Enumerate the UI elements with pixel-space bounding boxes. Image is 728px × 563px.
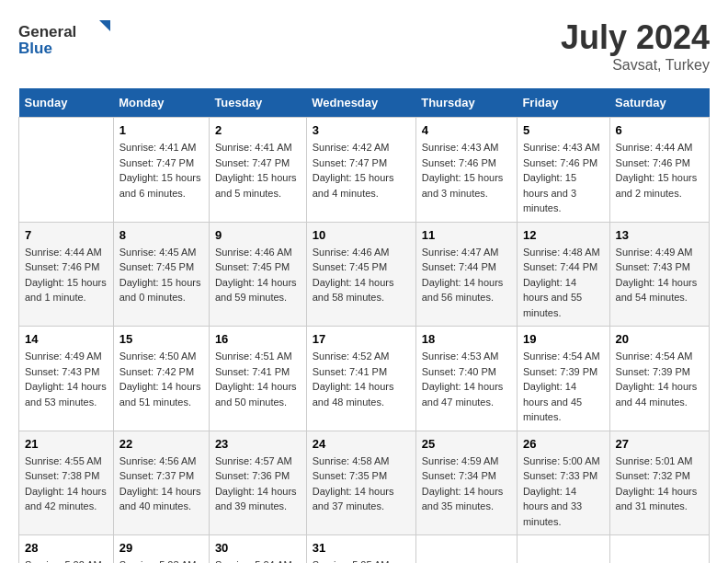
day-info: Sunrise: 4:41 AM Sunset: 7:47 PM Dayligh…	[215, 140, 301, 201]
calendar-cell: 14 Sunrise: 4:49 AM Sunset: 7:43 PM Dayl…	[19, 327, 114, 431]
calendar-cell	[609, 535, 709, 564]
daylight-text: Daylight: 14 hours and 35 minutes.	[422, 486, 504, 512]
calendar-cell: 18 Sunrise: 4:53 AM Sunset: 7:40 PM Dayl…	[415, 327, 517, 431]
logo-svg: General Blue	[18, 18, 110, 60]
sunrise-text: Sunrise: 5:01 AM	[616, 455, 693, 466]
sunset-text: Sunset: 7:45 PM	[215, 261, 290, 272]
sunrise-text: Sunrise: 4:46 AM	[313, 247, 390, 258]
title-block: July 2024 Savsat, Turkey	[561, 18, 710, 74]
calendar-cell	[517, 535, 609, 564]
day-info: Sunrise: 4:57 AM Sunset: 7:36 PM Dayligh…	[215, 454, 301, 514]
sunset-text: Sunset: 7:35 PM	[313, 470, 387, 481]
sunrise-text: Sunrise: 4:48 AM	[523, 247, 600, 258]
calendar-cell: 15 Sunrise: 4:50 AM Sunset: 7:42 PM Dayl…	[113, 327, 209, 431]
sunrise-text: Sunrise: 5:05 AM	[313, 559, 390, 563]
calendar-cell: 19 Sunrise: 4:54 AM Sunset: 7:39 PM Dayl…	[517, 327, 609, 431]
day-number: 7	[25, 228, 108, 242]
day-info: Sunrise: 5:01 AM Sunset: 7:32 PM Dayligh…	[616, 454, 703, 514]
day-number: 17	[313, 332, 410, 346]
day-number: 1	[119, 123, 203, 137]
calendar-cell: 28 Sunrise: 5:02 AM Sunset: 7:31 PM Dayl…	[19, 535, 114, 564]
daylight-text: Daylight: 14 hours and 40 minutes.	[119, 486, 201, 512]
day-info: Sunrise: 5:02 AM Sunset: 7:31 PM Dayligh…	[25, 557, 108, 563]
calendar-cell: 25 Sunrise: 4:59 AM Sunset: 7:34 PM Dayl…	[415, 431, 517, 535]
day-info: Sunrise: 4:48 AM Sunset: 7:44 PM Dayligh…	[523, 245, 604, 321]
day-number: 13	[616, 228, 703, 242]
sunset-text: Sunset: 7:45 PM	[313, 261, 387, 272]
sunset-text: Sunset: 7:43 PM	[616, 261, 690, 272]
sunset-text: Sunset: 7:34 PM	[422, 470, 496, 481]
sunset-text: Sunset: 7:47 PM	[313, 157, 387, 168]
svg-marker-2	[99, 20, 110, 31]
calendar-cell: 12 Sunrise: 4:48 AM Sunset: 7:44 PM Dayl…	[517, 222, 609, 327]
daylight-text: Daylight: 14 hours and 31 minutes.	[616, 486, 698, 512]
day-info: Sunrise: 5:03 AM Sunset: 7:30 PM Dayligh…	[119, 557, 203, 563]
calendar-table: SundayMondayTuesdayWednesdayThursdayFrid…	[18, 88, 710, 563]
calendar-cell: 10 Sunrise: 4:46 AM Sunset: 7:45 PM Dayl…	[306, 222, 415, 327]
day-info: Sunrise: 4:45 AM Sunset: 7:45 PM Dayligh…	[119, 245, 203, 305]
calendar-cell: 31 Sunrise: 5:05 AM Sunset: 7:28 PM Dayl…	[306, 535, 415, 564]
day-info: Sunrise: 4:43 AM Sunset: 7:46 PM Dayligh…	[523, 140, 604, 216]
weekday-header: Saturday	[609, 88, 709, 118]
day-number: 19	[523, 332, 604, 346]
sunset-text: Sunset: 7:43 PM	[25, 366, 99, 377]
day-number: 31	[313, 541, 410, 555]
calendar-cell: 16 Sunrise: 4:51 AM Sunset: 7:41 PM Dayl…	[209, 327, 306, 431]
sunset-text: Sunset: 7:41 PM	[313, 366, 387, 377]
daylight-text: Daylight: 14 hours and 47 minutes.	[422, 381, 504, 408]
daylight-text: Daylight: 14 hours and 37 minutes.	[313, 486, 394, 512]
day-number: 15	[119, 332, 203, 346]
day-number: 10	[313, 228, 410, 242]
weekday-header: Monday	[113, 88, 209, 118]
calendar-cell: 22 Sunrise: 4:56 AM Sunset: 7:37 PM Dayl…	[113, 431, 209, 535]
daylight-text: Daylight: 14 hours and 44 minutes.	[616, 381, 698, 408]
daylight-text: Daylight: 15 hours and 3 minutes.	[523, 172, 576, 213]
sunrise-text: Sunrise: 4:43 AM	[422, 142, 499, 153]
calendar-cell: 4 Sunrise: 4:43 AM Sunset: 7:46 PM Dayli…	[415, 118, 517, 223]
day-number: 18	[422, 332, 511, 346]
sunrise-text: Sunrise: 4:47 AM	[422, 247, 499, 258]
daylight-text: Daylight: 15 hours and 6 minutes.	[119, 172, 201, 199]
weekday-header: Friday	[517, 88, 609, 118]
day-number: 20	[616, 332, 703, 346]
day-number: 21	[25, 437, 108, 451]
daylight-text: Daylight: 15 hours and 4 minutes.	[313, 172, 394, 199]
sunrise-text: Sunrise: 4:42 AM	[313, 142, 390, 153]
sunrise-text: Sunrise: 4:54 AM	[523, 350, 600, 362]
sunset-text: Sunset: 7:47 PM	[119, 157, 194, 168]
calendar-week-row: 21 Sunrise: 4:55 AM Sunset: 7:38 PM Dayl…	[19, 431, 710, 535]
sunset-text: Sunset: 7:39 PM	[523, 366, 597, 377]
calendar-cell: 3 Sunrise: 4:42 AM Sunset: 7:47 PM Dayli…	[306, 118, 415, 223]
day-number: 5	[523, 123, 604, 137]
day-number: 16	[215, 332, 301, 346]
day-number: 27	[616, 437, 703, 451]
day-info: Sunrise: 4:54 AM Sunset: 7:39 PM Dayligh…	[616, 349, 703, 409]
sunset-text: Sunset: 7:44 PM	[523, 261, 597, 272]
daylight-text: Daylight: 14 hours and 55 minutes.	[523, 277, 582, 318]
sunrise-text: Sunrise: 4:45 AM	[119, 247, 197, 258]
day-number: 25	[422, 437, 511, 451]
calendar-week-row: 14 Sunrise: 4:49 AM Sunset: 7:43 PM Dayl…	[19, 327, 710, 431]
day-number: 30	[215, 541, 301, 555]
day-info: Sunrise: 4:44 AM Sunset: 7:46 PM Dayligh…	[616, 140, 703, 201]
day-info: Sunrise: 4:51 AM Sunset: 7:41 PM Dayligh…	[215, 349, 301, 409]
day-info: Sunrise: 4:59 AM Sunset: 7:34 PM Dayligh…	[422, 454, 511, 514]
calendar-cell: 23 Sunrise: 4:57 AM Sunset: 7:36 PM Dayl…	[209, 431, 306, 535]
sunrise-text: Sunrise: 4:49 AM	[25, 350, 102, 362]
calendar-week-row: 1 Sunrise: 4:41 AM Sunset: 7:47 PM Dayli…	[19, 118, 710, 223]
day-info: Sunrise: 4:46 AM Sunset: 7:45 PM Dayligh…	[215, 245, 301, 305]
day-info: Sunrise: 4:49 AM Sunset: 7:43 PM Dayligh…	[616, 245, 703, 305]
daylight-text: Daylight: 14 hours and 53 minutes.	[25, 381, 107, 408]
sunrise-text: Sunrise: 4:53 AM	[422, 350, 499, 362]
day-info: Sunrise: 4:54 AM Sunset: 7:39 PM Dayligh…	[523, 349, 604, 425]
day-info: Sunrise: 4:44 AM Sunset: 7:46 PM Dayligh…	[25, 245, 108, 305]
sunset-text: Sunset: 7:46 PM	[523, 157, 597, 168]
daylight-text: Daylight: 15 hours and 2 minutes.	[616, 172, 698, 199]
day-number: 2	[215, 123, 301, 137]
calendar-cell: 5 Sunrise: 4:43 AM Sunset: 7:46 PM Dayli…	[517, 118, 609, 223]
day-info: Sunrise: 4:52 AM Sunset: 7:41 PM Dayligh…	[313, 349, 410, 409]
calendar-week-row: 7 Sunrise: 4:44 AM Sunset: 7:46 PM Dayli…	[19, 222, 710, 327]
sunset-text: Sunset: 7:41 PM	[215, 366, 290, 377]
sunset-text: Sunset: 7:47 PM	[215, 157, 290, 168]
daylight-text: Daylight: 14 hours and 51 minutes.	[119, 381, 201, 408]
